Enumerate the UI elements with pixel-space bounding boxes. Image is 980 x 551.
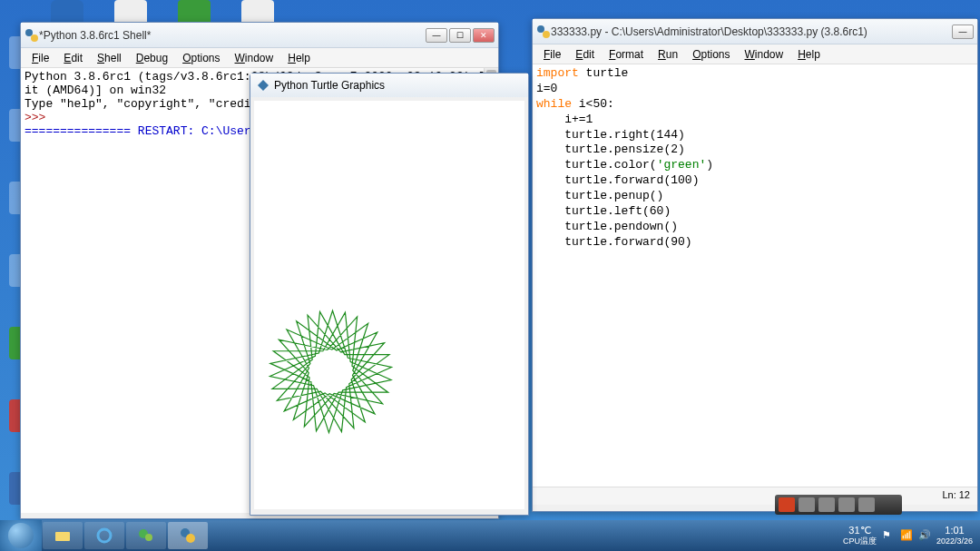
shell-title: *Python 3.8.6rc1 Shell* xyxy=(39,29,426,42)
editor-code[interactable]: import turtle i=0 while i<50: i+=1 turtl… xyxy=(533,64,977,487)
system-tray: 31℃ CPU温度 ⚑ 📶 🔊 1:01 2022/3/26 xyxy=(843,525,980,546)
svg-point-1 xyxy=(31,34,38,42)
cpu-temp-widget[interactable]: 31℃ CPU温度 xyxy=(843,525,877,546)
menu-window[interactable]: Window xyxy=(738,46,791,63)
close-button[interactable]: ✕ xyxy=(473,28,495,43)
minimize-button[interactable]: — xyxy=(426,28,447,43)
ime-keyboard-icon[interactable] xyxy=(818,497,835,512)
svg-point-3 xyxy=(543,31,550,38)
menu-help[interactable]: Help xyxy=(280,50,318,66)
ime-logo-icon[interactable] xyxy=(779,497,795,512)
menu-shell[interactable]: Shell xyxy=(90,50,129,66)
python-icon xyxy=(24,28,39,43)
menu-options[interactable]: Options xyxy=(685,46,737,63)
ime-settings-icon[interactable] xyxy=(838,497,855,512)
taskbar-item-ie[interactable] xyxy=(84,522,124,549)
editor-title: 333333.py - C:\Users\Administrator\Deskt… xyxy=(551,25,952,38)
shell-menubar: File Edit Shell Debug Options Window Hel… xyxy=(21,48,498,68)
shell-titlebar[interactable]: *Python 3.8.6rc1 Shell* — ☐ ✕ xyxy=(21,23,498,48)
turtle-canvas xyxy=(254,101,524,509)
menu-debug[interactable]: Debug xyxy=(129,50,175,66)
start-button[interactable] xyxy=(0,520,42,551)
flag-icon[interactable]: ⚑ xyxy=(882,529,895,542)
network-icon[interactable]: 📶 xyxy=(900,529,913,542)
taskbar-item-wechat[interactable] xyxy=(126,522,166,549)
svg-point-0 xyxy=(25,29,33,36)
ie-icon xyxy=(95,526,113,545)
menu-file[interactable]: File xyxy=(536,46,568,63)
taskbar-item-explorer[interactable] xyxy=(43,522,83,549)
wechat-icon xyxy=(137,526,155,545)
ime-menu-icon[interactable] xyxy=(858,497,875,512)
idle-editor-window: 333333.py - C:\Users\Administrator\Deskt… xyxy=(532,18,978,512)
editor-titlebar[interactable]: 333333.py - C:\Users\Administrator\Deskt… xyxy=(533,19,977,44)
clock[interactable]: 1:01 2022/3/26 xyxy=(936,525,973,546)
volume-icon[interactable]: 🔊 xyxy=(918,529,931,542)
menu-edit[interactable]: Edit xyxy=(56,50,90,66)
svg-point-9 xyxy=(186,534,195,543)
menu-options[interactable]: Options xyxy=(175,50,227,66)
python-icon xyxy=(256,78,270,93)
line-number-indicator: Ln: 12 xyxy=(942,489,970,500)
turtle-titlebar[interactable]: Python Turtle Graphics xyxy=(250,74,528,97)
svg-rect-4 xyxy=(55,532,70,541)
minimize-button[interactable]: — xyxy=(952,25,974,39)
maximize-button[interactable]: ☐ xyxy=(449,28,471,43)
menu-help[interactable]: Help xyxy=(790,46,828,63)
svg-point-2 xyxy=(537,25,544,33)
taskbar-item-python[interactable] xyxy=(168,522,208,549)
python-icon xyxy=(536,25,551,39)
menu-file[interactable]: File xyxy=(24,50,56,66)
taskbar: 31℃ CPU温度 ⚑ 📶 🔊 1:01 2022/3/26 xyxy=(0,520,980,551)
ime-language-bar[interactable] xyxy=(775,495,902,515)
turtle-title: Python Turtle Graphics xyxy=(274,79,385,92)
svg-point-5 xyxy=(98,529,111,542)
menu-window[interactable]: Window xyxy=(228,50,281,66)
menu-edit[interactable]: Edit xyxy=(568,46,602,63)
editor-statusbar: Ln: 12 xyxy=(533,487,977,505)
editor-menubar: File Edit Format Run Options Window Help xyxy=(533,44,977,64)
windows-logo-icon xyxy=(8,523,34,548)
menu-format[interactable]: Format xyxy=(602,46,651,63)
python-icon xyxy=(179,526,197,545)
turtle-graphics-window: Python Turtle Graphics xyxy=(250,73,529,516)
ime-mode-icon[interactable] xyxy=(799,497,815,512)
folder-icon xyxy=(54,526,72,545)
svg-point-7 xyxy=(145,534,152,541)
menu-run[interactable]: Run xyxy=(651,46,685,63)
